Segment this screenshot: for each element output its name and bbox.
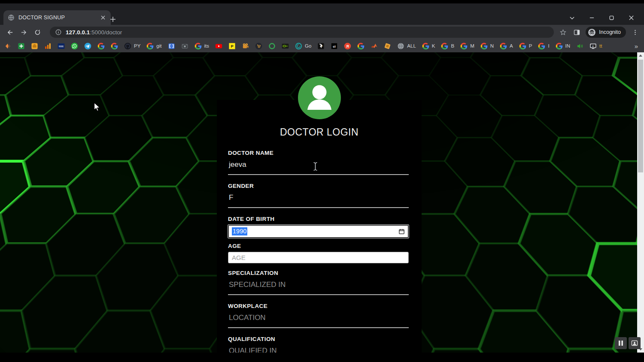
bookmark-item[interactable]: Я: [344, 42, 351, 50]
bookmark-item[interactable]: B: [441, 42, 454, 50]
forward-button[interactable]: [18, 27, 29, 38]
bookmark-item[interactable]: P: [228, 42, 236, 50]
telegram-icon: [84, 42, 91, 50]
bookmark-item[interactable]: AVtt: [589, 42, 602, 50]
bookmark-item[interactable]: [317, 42, 325, 50]
text-input[interactable]: F: [228, 189, 409, 208]
google-icon: [441, 42, 448, 50]
bookmark-item[interactable]: [255, 42, 262, 50]
browser-tab[interactable]: DOCTOR SIGNUP: [3, 10, 111, 25]
back-button[interactable]: [4, 27, 15, 38]
video-overlay-controls: [615, 337, 641, 349]
google-icon: [111, 42, 118, 50]
svg-text:AV: AV: [592, 45, 594, 47]
maximize-button[interactable]: [605, 12, 618, 23]
calendar-icon[interactable]: [398, 228, 405, 235]
bookmarks-overflow-chevron[interactable]: »: [633, 42, 640, 50]
bookmark-item[interactable]: cl: [331, 42, 338, 50]
bookmark-item[interactable]: [282, 42, 289, 50]
field-label: SPECIALIZATION: [228, 270, 409, 276]
bookmark-star-icon[interactable]: [558, 27, 568, 37]
bookmark-item[interactable]: [268, 42, 276, 50]
bookmark-item[interactable]: [18, 42, 25, 50]
scrollbar[interactable]: [637, 52, 644, 353]
bookmark-item[interactable]: [31, 42, 38, 50]
photo-button[interactable]: [629, 337, 641, 349]
bookmark-item[interactable]: IN: [556, 42, 571, 50]
bookmark-item[interactable]: PY: [124, 42, 140, 50]
bookmark-item[interactable]: ALL: [397, 42, 416, 50]
bookmark-label: K: [432, 43, 435, 48]
google-icon: [97, 42, 105, 50]
text-input[interactable]: QUALIFIED IN: [228, 342, 409, 353]
bookmark-label: N: [490, 43, 494, 48]
doctor-form-card: DOCTOR LOGIN DOCTOR NAMEjeevaGENDERFDATE…: [217, 100, 422, 353]
scrollbar-up-arrow[interactable]: [637, 52, 644, 59]
new-tab-button[interactable]: [107, 14, 118, 25]
mouse-cursor: [94, 102, 103, 114]
scrollbar-thumb[interactable]: [638, 60, 643, 172]
side-panel-icon[interactable]: [572, 27, 581, 37]
menu-dots-icon[interactable]: [630, 27, 640, 37]
address-bar[interactable]: 127.0.0.1:5000/doctor: [50, 27, 554, 38]
bookmark-item[interactable]: [181, 42, 188, 50]
bookmark-item[interactable]: [71, 42, 78, 50]
text-input[interactable]: LOCATION: [228, 309, 409, 328]
bookmark-item[interactable]: [111, 42, 118, 50]
bookmark-item[interactable]: [576, 42, 583, 50]
google-icon: [357, 42, 365, 50]
bookmark-item[interactable]: Go: [295, 42, 311, 50]
page-viewport: DOCTOR LOGIN DOCTOR NAMEjeevaGENDERFDATE…: [0, 52, 644, 353]
reload-button[interactable]: [32, 27, 43, 38]
bookmark-item[interactable]: IEEE: [58, 42, 65, 50]
minimize-button[interactable]: [585, 12, 598, 23]
bookmark-item[interactable]: [371, 42, 378, 50]
bookmark-item[interactable]: [4, 42, 12, 50]
close-tab-icon[interactable]: [99, 14, 106, 21]
google-icon: [480, 42, 488, 50]
ieee-icon: IEEE: [58, 42, 65, 50]
text-input[interactable]: jeeva: [228, 156, 409, 175]
bookmark-item[interactable]: [44, 42, 52, 50]
bookmark-item[interactable]: its: [194, 42, 210, 50]
bookmark-item[interactable]: [97, 42, 105, 50]
bookmark-item[interactable]: [168, 42, 175, 50]
globe-icon: [8, 14, 15, 21]
field-doctor-name: DOCTOR NAMEjeeva: [228, 150, 409, 175]
svg-text:Я: Я: [346, 44, 349, 48]
text-input[interactable]: AGE: [228, 252, 409, 263]
bookmark-label: P: [529, 43, 532, 48]
amber-app-icon: [31, 42, 38, 50]
bookmark-item[interactable]: K: [422, 42, 435, 50]
bookmark-item[interactable]: [215, 42, 222, 50]
bookmark-item[interactable]: P: [519, 42, 532, 50]
close-button[interactable]: [624, 12, 638, 23]
bookmark-item[interactable]: [384, 42, 391, 50]
site-info-icon[interactable]: [55, 29, 61, 35]
pause-button[interactable]: [615, 337, 627, 349]
bookmark-label: its: [204, 43, 210, 48]
cl-badge-icon: cl: [331, 42, 338, 50]
field-gender: GENDERF: [228, 183, 409, 208]
bookmark-item[interactable]: M: [460, 42, 474, 50]
bookmark-item[interactable]: N: [480, 42, 494, 50]
date-selected-value: 1990: [232, 227, 247, 235]
field-label: WORKPLACE: [228, 303, 409, 309]
field-label: DATE OF BIRTH: [228, 216, 409, 222]
field-age: AGEAGE: [228, 243, 409, 263]
bookmark-item[interactable]: [357, 42, 365, 50]
bookmark-item[interactable]: I: [538, 42, 549, 50]
field-label: DOCTOR NAME: [228, 150, 409, 156]
bookmark-label: Go: [305, 43, 311, 48]
bookmark-label: tt: [599, 43, 602, 48]
chevron-down-icon[interactable]: [565, 12, 579, 23]
bookmark-item[interactable]: [84, 42, 91, 50]
cart-icon: [255, 42, 262, 50]
field-label: AGE: [228, 243, 409, 249]
text-input[interactable]: SPECIALIZED IN: [228, 276, 409, 295]
incognito-badge[interactable]: Incognito: [586, 27, 626, 38]
bookmark-item[interactable]: A: [500, 42, 513, 50]
bookmark-item[interactable]: [242, 42, 249, 50]
bookmark-item[interactable]: git: [146, 42, 161, 50]
date-input[interactable]: 1990: [228, 225, 409, 238]
